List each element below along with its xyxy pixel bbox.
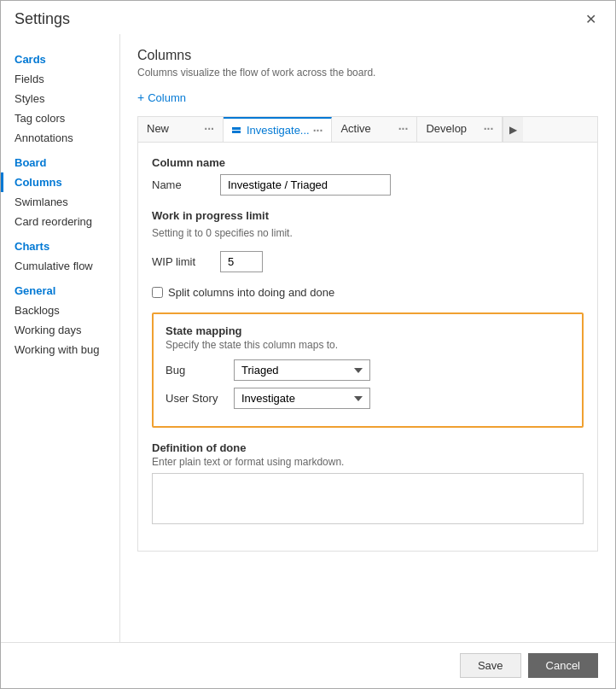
column-tab-investigate-name: Investigate... — [247, 124, 310, 137]
dialog-footer: Save Cancel — [1, 642, 615, 688]
state-label-bug: Bug — [166, 364, 225, 377]
column-tabs: New ··· Investigate... ··· — [137, 116, 598, 143]
wip-section-desc: Setting it to 0 specifies no limit. — [152, 227, 584, 239]
state-select-user-story[interactable]: Investigate Active New Triaged — [234, 388, 370, 409]
sidebar-item-cumulative-flow[interactable]: Cumulative flow — [1, 256, 119, 276]
sidebar-item-columns[interactable]: Columns — [1, 172, 119, 192]
sidebar-item-swimlanes[interactable]: Swimlanes — [1, 192, 119, 212]
name-input[interactable] — [220, 174, 391, 196]
wip-section-title: Work in progress limit — [152, 209, 584, 222]
add-column-button[interactable]: + Column — [137, 91, 186, 104]
column-tab-investigate[interactable]: Investigate... ··· — [224, 117, 332, 142]
main-content: Columns Columns visualize the flow of wo… — [120, 34, 615, 642]
column-tab-new-menu[interactable]: ··· — [204, 123, 214, 135]
sidebar-item-fields[interactable]: Fields — [1, 69, 119, 89]
section-title: Columns — [137, 48, 598, 63]
name-field-row: Name — [152, 174, 584, 196]
column-tab-active-menu[interactable]: ··· — [398, 123, 409, 135]
plus-icon: + — [137, 91, 144, 104]
sidebar: Cards Fields Styles Tag colors Annotatio… — [1, 34, 120, 642]
column-tab-active[interactable]: Active ··· — [332, 117, 417, 142]
split-columns-row: Split columns into doing and done — [152, 286, 584, 299]
close-button[interactable]: ✕ — [580, 9, 601, 29]
dialog-titlebar: Settings ✕ — [1, 1, 615, 34]
column-name-group: Column name Name — [152, 156, 584, 196]
sidebar-section-cards: Cards — [1, 44, 119, 69]
wip-label: WIP limit — [152, 255, 212, 268]
save-button[interactable]: Save — [460, 653, 521, 678]
sidebar-item-annotations[interactable]: Annotations — [1, 128, 119, 148]
column-tab-scroll-right[interactable]: ▶ — [503, 117, 523, 142]
dod-desc: Enter plain text or format using markdow… — [152, 456, 584, 468]
sidebar-section-board: Board — [1, 148, 119, 172]
split-columns-label: Split columns into doing and done — [168, 286, 334, 299]
split-column-icon — [232, 127, 241, 133]
state-row-bug: Bug Triaged Active New Investigate — [166, 359, 570, 381]
column-tab-investigate-menu[interactable]: ··· — [313, 125, 323, 137]
column-tab-new[interactable]: New ··· — [138, 117, 224, 142]
settings-dialog: Settings ✕ Cards Fields Styles Tag color… — [0, 0, 616, 689]
detail-panel: Column name Name Work in progress limit … — [137, 143, 598, 552]
column-tab-new-name: New — [147, 122, 169, 135]
wip-group: Work in progress limit Setting it to 0 s… — [152, 209, 584, 272]
sidebar-section-charts: Charts — [1, 231, 119, 256]
wip-input[interactable] — [220, 251, 263, 272]
sidebar-item-working-with-bug[interactable]: Working with bug — [1, 340, 119, 359]
wip-field-row: WIP limit — [152, 251, 584, 272]
dod-section: Definition of done Enter plain text or f… — [152, 441, 584, 527]
split-columns-checkbox[interactable] — [152, 287, 163, 298]
column-tab-active-name: Active — [340, 122, 370, 135]
sidebar-item-styles[interactable]: Styles — [1, 89, 119, 108]
column-name-section-label: Column name — [152, 156, 584, 169]
column-tab-develop-name: Develop — [426, 122, 467, 135]
add-column-label: Column — [148, 91, 186, 104]
sidebar-section-general: General — [1, 276, 119, 301]
state-mapping-title: State mapping — [166, 324, 570, 337]
dialog-title: Settings — [15, 10, 70, 28]
sidebar-item-working-days[interactable]: Working days — [1, 320, 119, 340]
sidebar-item-card-reordering[interactable]: Card reordering — [1, 212, 119, 231]
state-label-user-story: User Story — [166, 392, 225, 405]
dialog-body: Cards Fields Styles Tag colors Annotatio… — [1, 34, 615, 642]
sidebar-item-backlogs[interactable]: Backlogs — [1, 301, 119, 320]
sidebar-item-tag-colors[interactable]: Tag colors — [1, 108, 119, 128]
cancel-button[interactable]: Cancel — [528, 653, 598, 678]
column-tab-develop-menu[interactable]: ··· — [484, 123, 494, 135]
name-label: Name — [152, 178, 212, 191]
state-select-bug[interactable]: Triaged Active New Investigate — [234, 359, 370, 381]
state-mapping-desc: Specify the state this column maps to. — [166, 339, 570, 351]
column-tab-develop[interactable]: Develop ··· — [417, 117, 503, 142]
dod-textarea[interactable] — [152, 473, 584, 524]
state-row-user-story: User Story Investigate Active New Triage… — [166, 388, 570, 409]
section-desc: Columns visualize the flow of work acros… — [137, 67, 598, 79]
dod-title: Definition of done — [152, 441, 584, 454]
state-mapping-box: State mapping Specify the state this col… — [152, 312, 584, 428]
